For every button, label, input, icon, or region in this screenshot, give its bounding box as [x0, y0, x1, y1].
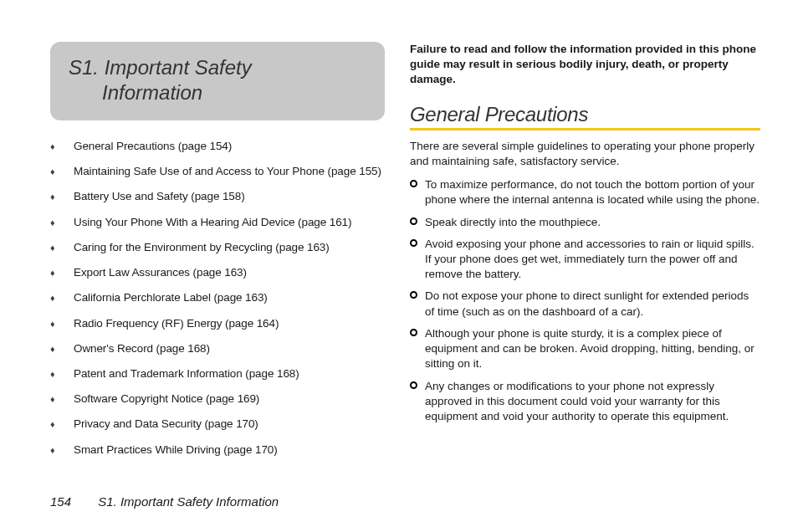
precaution-list: To maximize performance, do not touch th…	[410, 177, 760, 424]
precaution-item: To maximize performance, do not touch th…	[410, 177, 760, 207]
toc-item: ♦Privacy and Data Security (page 170)	[50, 417, 385, 432]
precaution-text: Although your phone is quite sturdy, it …	[425, 326, 760, 372]
diamond-bullet-icon: ♦	[50, 290, 74, 304]
precaution-text: Any changes or modifications to your pho…	[425, 379, 760, 425]
ring-bullet-icon	[410, 215, 425, 225]
toc-item-label: Maintaining Safe Use of and Access to Yo…	[74, 164, 381, 179]
left-column: S1. Important Safety Information ♦Genera…	[50, 42, 385, 468]
page-content: S1. Important Safety Information ♦Genera…	[0, 0, 798, 468]
precaution-item: Avoid exposing your phone and accessorie…	[410, 237, 760, 283]
title-line-1: S1. Important Safety	[69, 56, 252, 79]
diamond-bullet-icon: ♦	[50, 417, 74, 431]
title-line-2: Information	[102, 81, 202, 104]
accent-rule	[410, 128, 760, 130]
diamond-bullet-icon: ♦	[50, 139, 74, 153]
ring-bullet-icon	[410, 289, 425, 299]
ring-bullet-icon	[410, 379, 425, 389]
toc-item: ♦California Perchlorate Label (page 163)	[50, 290, 385, 305]
toc-item-label: Owner's Record (page 168)	[74, 341, 210, 356]
toc-item-label: Radio Frequency (RF) Energy (page 164)	[74, 316, 279, 331]
toc-item: ♦Radio Frequency (RF) Energy (page 164)	[50, 316, 385, 331]
toc-item: ♦Patent and Trademark Information (page …	[50, 366, 385, 381]
diamond-bullet-icon: ♦	[50, 341, 74, 356]
subsection-title: General Precautions	[410, 103, 760, 126]
toc-item: ♦Smart Practices While Driving (page 170…	[50, 442, 385, 458]
precaution-text: Speak directly into the mouthpiece.	[425, 215, 601, 230]
diamond-bullet-icon: ♦	[50, 189, 74, 203]
diamond-bullet-icon: ♦	[50, 366, 74, 381]
precaution-item: Do not expose your phone to direct sunli…	[410, 289, 760, 319]
precaution-item: Speak directly into the mouthpiece.	[410, 215, 760, 230]
page-number: 154	[50, 494, 71, 509]
diamond-bullet-icon: ♦	[50, 316, 74, 330]
diamond-bullet-icon: ♦	[50, 240, 74, 254]
diamond-bullet-icon: ♦	[50, 442, 74, 457]
toc-item: ♦General Precautions (page 154)	[50, 139, 385, 154]
page-footer: 154 S1. Important Safety Information	[50, 494, 279, 509]
toc-item-label: Software Copyright Notice (page 169)	[74, 391, 259, 407]
toc-item-label: Smart Practices While Driving (page 170)	[74, 442, 278, 458]
running-title: S1. Important Safety Information	[98, 494, 279, 509]
section-title: S1. Important Safety Information	[69, 55, 366, 105]
precaution-text: Do not expose your phone to direct sunli…	[425, 289, 760, 319]
table-of-contents: ♦General Precautions (page 154)♦Maintain…	[50, 139, 385, 458]
toc-item: ♦Using Your Phone With a Hearing Aid Dev…	[50, 215, 385, 230]
toc-item-label: Caring for the Environment by Recycling …	[74, 240, 330, 255]
precaution-item: Any changes or modifications to your pho…	[410, 379, 760, 425]
toc-item-label: Privacy and Data Security (page 170)	[74, 417, 258, 432]
toc-item-label: Using Your Phone With a Hearing Aid Devi…	[74, 215, 351, 230]
precaution-text: To maximize performance, do not touch th…	[425, 177, 760, 207]
warning-text: Failure to read and follow the informati…	[410, 42, 760, 88]
diamond-bullet-icon: ♦	[50, 391, 74, 406]
precaution-text: Avoid exposing your phone and accessorie…	[425, 237, 760, 283]
toc-item-label: Battery Use and Safety (page 158)	[74, 189, 245, 204]
diamond-bullet-icon: ♦	[50, 215, 74, 229]
diamond-bullet-icon: ♦	[50, 265, 74, 279]
right-column: Failure to read and follow the informati…	[410, 42, 760, 468]
precaution-item: Although your phone is quite sturdy, it …	[410, 326, 760, 372]
toc-item: ♦Battery Use and Safety (page 158)	[50, 189, 385, 204]
toc-item: ♦Software Copyright Notice (page 169)	[50, 391, 385, 407]
toc-item-label: California Perchlorate Label (page 163)	[74, 290, 268, 305]
diamond-bullet-icon: ♦	[50, 164, 74, 178]
section-header: S1. Important Safety Information	[50, 42, 385, 120]
toc-item-label: Patent and Trademark Information (page 1…	[74, 366, 299, 381]
ring-bullet-icon	[410, 177, 425, 187]
toc-item: ♦Maintaining Safe Use of and Access to Y…	[50, 164, 385, 179]
toc-item: ♦Export Law Assurances (page 163)	[50, 265, 385, 280]
toc-item: ♦Caring for the Environment by Recycling…	[50, 240, 385, 255]
toc-item-label: Export Law Assurances (page 163)	[74, 265, 247, 280]
toc-item: ♦Owner's Record (page 168)	[50, 341, 385, 356]
toc-item-label: General Precautions (page 154)	[74, 139, 232, 154]
subsection-intro: There are several simple guidelines to o…	[410, 139, 760, 169]
ring-bullet-icon	[410, 326, 425, 336]
ring-bullet-icon	[410, 237, 425, 247]
